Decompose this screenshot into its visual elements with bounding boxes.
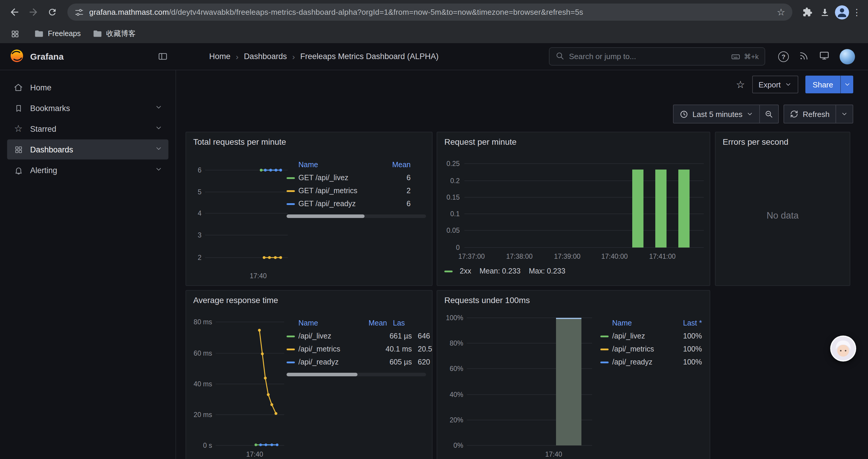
sidebar-item-bookmarks[interactable]: Bookmarks <box>7 98 168 118</box>
panel-total-requests[interactable]: Total requests per minute 6 5 4 3 2 <box>186 132 433 286</box>
series-color-icon[interactable] <box>286 361 295 363</box>
share-caret-button[interactable] <box>840 76 853 93</box>
forward-icon[interactable] <box>25 4 41 21</box>
series-name[interactable]: /api/_metrics <box>612 345 671 353</box>
svg-text:17:39:00: 17:39:00 <box>554 253 581 260</box>
request-per-minute-chart[interactable]: 0.25 0.2 0.15 0.1 0.05 0 17:37:00 17:38:… <box>437 158 710 262</box>
series-name[interactable]: /api/_readyz <box>612 358 671 366</box>
sidebar-item-label: Dashboards <box>30 145 73 154</box>
series-name[interactable]: /api/_readyz <box>299 358 378 366</box>
series-color-icon[interactable] <box>286 203 295 205</box>
sidebar-item-dashboards[interactable]: Dashboards <box>7 139 168 160</box>
panel-title[interactable]: Request per minute <box>437 132 710 146</box>
help-icon[interactable]: ? <box>778 51 789 62</box>
sidebar-item-starred[interactable]: ☆ Starred <box>7 119 168 139</box>
browser-profile-avatar[interactable] <box>835 5 849 19</box>
news-rss-icon[interactable] <box>799 51 809 62</box>
sidebar-item-alerting[interactable]: Alerting <box>7 160 168 180</box>
legend-table: Name Mean GET /api/_livez 6 GET /api/_me… <box>286 158 426 218</box>
series-name[interactable]: /api/_livez <box>299 332 378 340</box>
search-input[interactable] <box>569 52 726 61</box>
total-requests-chart[interactable]: 6 5 4 3 2 17:40 <box>190 161 291 282</box>
legend-header-last[interactable]: Las <box>387 319 415 327</box>
sidebar-item-home[interactable]: Home <box>7 77 168 97</box>
display-icon[interactable] <box>819 50 830 63</box>
refresh-button[interactable]: Refresh <box>784 105 836 123</box>
bookmark-freeleaps[interactable]: Freeleaps <box>34 29 81 38</box>
series-last: 646 <box>412 332 433 340</box>
series-color-icon[interactable] <box>286 177 295 179</box>
series-color-icon[interactable] <box>286 348 295 350</box>
share-button[interactable]: Share <box>806 76 840 93</box>
series-name[interactable]: 2xx <box>460 267 471 275</box>
export-button[interactable]: Export <box>752 76 798 93</box>
apps-grid-icon[interactable] <box>7 26 23 41</box>
address-bar[interactable]: grafana.mathmast.com/d/deytv4rwavabkb/fr… <box>67 4 793 21</box>
user-avatar[interactable] <box>840 49 855 64</box>
refresh-interval-caret[interactable] <box>836 105 852 123</box>
svg-text:17:40: 17:40 <box>246 451 263 458</box>
legend-row: GET /api/_readyz 6 <box>286 197 426 210</box>
series-color-icon[interactable] <box>286 190 295 192</box>
grafana-logo-icon[interactable] <box>9 48 24 65</box>
series-color-icon[interactable] <box>600 348 609 350</box>
bookmark-label: 收藏博客 <box>106 29 135 39</box>
chevron-down-icon[interactable] <box>155 145 162 154</box>
legend-scrollbar[interactable] <box>286 215 426 218</box>
series-last: 20.5 r <box>412 345 433 353</box>
panel-errors-per-second[interactable]: Errors per second No data <box>715 132 850 286</box>
panel-request-per-minute[interactable]: Request per minute 0.25 0.2 0.15 0.1 0.0… <box>437 132 710 286</box>
legend-header-name[interactable]: Name <box>612 319 671 327</box>
breadcrumb-home[interactable]: Home <box>209 52 230 61</box>
time-range-picker[interactable]: Last 5 minutes <box>674 105 760 123</box>
panel-title[interactable]: Average response time <box>186 291 432 305</box>
chevron-down-icon[interactable] <box>155 103 162 113</box>
svg-text:60 ms: 60 ms <box>193 350 212 357</box>
series-color-icon[interactable] <box>600 361 609 363</box>
series-name[interactable]: /api/_livez <box>612 332 671 340</box>
series-name[interactable]: GET /api/_livez <box>299 174 381 182</box>
site-settings-icon[interactable] <box>74 7 84 17</box>
folder-icon <box>34 29 44 38</box>
chevron-down-icon[interactable] <box>155 124 162 133</box>
bookmark-favorite-blogs[interactable]: 收藏博客 <box>92 29 135 39</box>
avg-response-chart[interactable]: 80 ms 60 ms 40 ms 20 ms 0 s 17:40 <box>186 317 288 459</box>
back-icon[interactable] <box>6 4 23 21</box>
downloads-icon[interactable] <box>817 4 833 20</box>
extensions-icon[interactable] <box>800 4 815 20</box>
legend-header-name[interactable]: Name <box>299 161 381 169</box>
chevron-down-icon[interactable] <box>155 165 162 175</box>
series-name[interactable]: GET /api/_readyz <box>299 200 381 208</box>
favorite-star-icon[interactable]: ☆ <box>736 78 745 91</box>
svg-text:4: 4 <box>198 209 202 217</box>
collapse-menu-icon[interactable] <box>158 52 168 61</box>
under-100ms-chart[interactable]: 100% 80% 60% 40% 20% 0% 17:40 <box>437 313 597 459</box>
panel-avg-response-time[interactable]: Average response time 80 ms 60 ms 40 ms … <box>186 290 433 459</box>
series-name[interactable]: /api/_metrics <box>299 345 378 353</box>
series-name[interactable]: GET /api/_metrics <box>299 187 381 195</box>
legend-header-mean[interactable]: Mean <box>381 161 411 169</box>
panel-title[interactable]: Requests under 100ms <box>437 291 710 305</box>
breadcrumb-dashboards[interactable]: Dashboards <box>244 52 287 61</box>
panel-requests-under-100ms[interactable]: Requests under 100ms 100% 80% 60% 40% 20… <box>437 290 710 459</box>
sidebar: Home Bookmarks ☆ Starred <box>0 70 176 459</box>
bookmark-star-icon[interactable]: ☆ <box>777 6 785 18</box>
legend-header-mean[interactable]: Mean <box>353 319 387 327</box>
browser-menu-icon[interactable]: ⋮ <box>851 4 862 20</box>
series-mean: 2 <box>381 187 411 195</box>
reload-icon[interactable] <box>44 4 60 21</box>
legend-header-last[interactable]: Last * <box>671 319 702 327</box>
series-color-icon[interactable] <box>444 270 453 272</box>
search-box[interactable]: ⌘+k <box>549 47 765 66</box>
assistant-avatar-button[interactable] <box>830 335 856 362</box>
dashboard-main: ☆ Export Share Last 5 minutes <box>176 70 868 459</box>
legend-scrollbar[interactable] <box>286 373 426 376</box>
zoom-out-button[interactable] <box>760 105 778 123</box>
breadcrumb-separator-icon: › <box>292 52 295 61</box>
legend-row: /api/_readyz 605 µs 620 <box>286 356 433 369</box>
legend-header-name[interactable]: Name <box>299 319 353 327</box>
series-color-icon[interactable] <box>286 335 295 337</box>
series-color-icon[interactable] <box>600 335 609 337</box>
legend-row: GET /api/_livez 6 <box>286 171 426 184</box>
panel-title[interactable]: Total requests per minute <box>186 132 432 146</box>
